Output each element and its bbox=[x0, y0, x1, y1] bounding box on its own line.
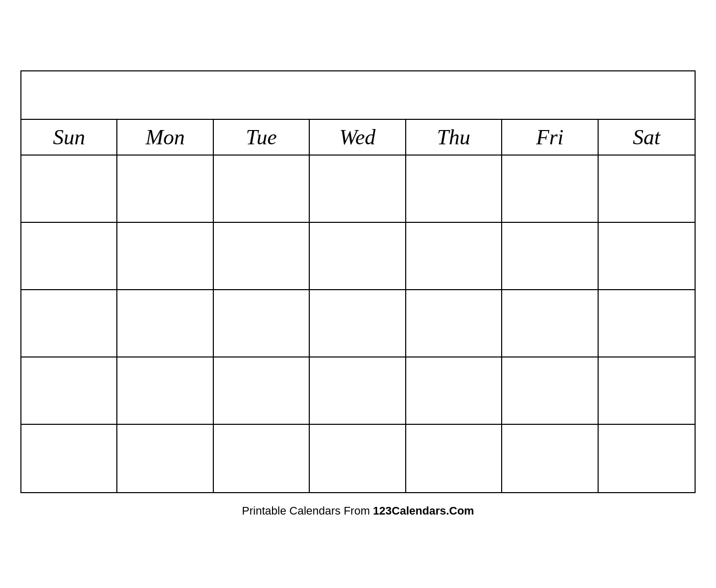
day-cell[interactable] bbox=[214, 290, 310, 356]
day-cell[interactable] bbox=[406, 357, 502, 424]
calendar-week-row-5 bbox=[21, 425, 695, 492]
calendar-week-row-4 bbox=[21, 357, 695, 425]
calendar-header-row: Sun Mon Tue Wed Thu Fri Sat bbox=[21, 120, 695, 156]
day-cell[interactable] bbox=[599, 223, 695, 289]
day-cell[interactable] bbox=[310, 290, 406, 356]
day-cell[interactable] bbox=[117, 290, 213, 356]
day-cell[interactable] bbox=[310, 156, 406, 222]
day-cell[interactable] bbox=[117, 425, 213, 492]
calendar-title-row bbox=[21, 71, 695, 120]
day-cell[interactable] bbox=[502, 290, 598, 356]
day-cell[interactable] bbox=[21, 290, 117, 356]
day-cell[interactable] bbox=[21, 156, 117, 222]
day-cell[interactable] bbox=[117, 156, 213, 222]
day-cell[interactable] bbox=[502, 223, 598, 289]
day-cell[interactable] bbox=[21, 357, 117, 424]
day-cell[interactable] bbox=[502, 156, 598, 222]
day-cell[interactable] bbox=[214, 156, 310, 222]
day-cell[interactable] bbox=[599, 357, 695, 424]
header-fri: Fri bbox=[502, 120, 598, 155]
day-cell[interactable] bbox=[406, 290, 502, 356]
calendar-body bbox=[21, 156, 695, 492]
day-cell[interactable] bbox=[214, 223, 310, 289]
day-cell[interactable] bbox=[117, 223, 213, 289]
calendar-week-row-3 bbox=[21, 290, 695, 357]
day-cell[interactable] bbox=[310, 357, 406, 424]
header-wed: Wed bbox=[310, 120, 406, 155]
day-cell[interactable] bbox=[406, 156, 502, 222]
header-thu: Thu bbox=[406, 120, 502, 155]
day-cell[interactable] bbox=[599, 290, 695, 356]
calendar-week-row-2 bbox=[21, 223, 695, 290]
day-cell[interactable] bbox=[117, 357, 213, 424]
day-cell[interactable] bbox=[599, 425, 695, 492]
day-cell[interactable] bbox=[406, 223, 502, 289]
day-cell[interactable] bbox=[599, 156, 695, 222]
day-cell[interactable] bbox=[214, 425, 310, 492]
day-cell[interactable] bbox=[502, 425, 598, 492]
header-sun: Sun bbox=[21, 120, 117, 155]
header-mon: Mon bbox=[117, 120, 213, 155]
footer: Printable Calendars From 123Calendars.Co… bbox=[242, 504, 474, 518]
page-wrapper: Sun Mon Tue Wed Thu Fri Sat bbox=[0, 0, 716, 588]
day-cell[interactable] bbox=[310, 223, 406, 289]
calendar-container: Sun Mon Tue Wed Thu Fri Sat bbox=[20, 70, 696, 493]
day-cell[interactable] bbox=[214, 357, 310, 424]
day-cell[interactable] bbox=[310, 425, 406, 492]
header-sat: Sat bbox=[599, 120, 695, 155]
footer-bold-text: 123Calendars.Com bbox=[373, 504, 474, 517]
header-tue: Tue bbox=[214, 120, 310, 155]
footer-regular-text: Printable Calendars From bbox=[242, 504, 373, 517]
day-cell[interactable] bbox=[21, 223, 117, 289]
day-cell[interactable] bbox=[21, 425, 117, 492]
day-cell[interactable] bbox=[406, 425, 502, 492]
day-cell[interactable] bbox=[502, 357, 598, 424]
calendar-week-row-1 bbox=[21, 156, 695, 223]
